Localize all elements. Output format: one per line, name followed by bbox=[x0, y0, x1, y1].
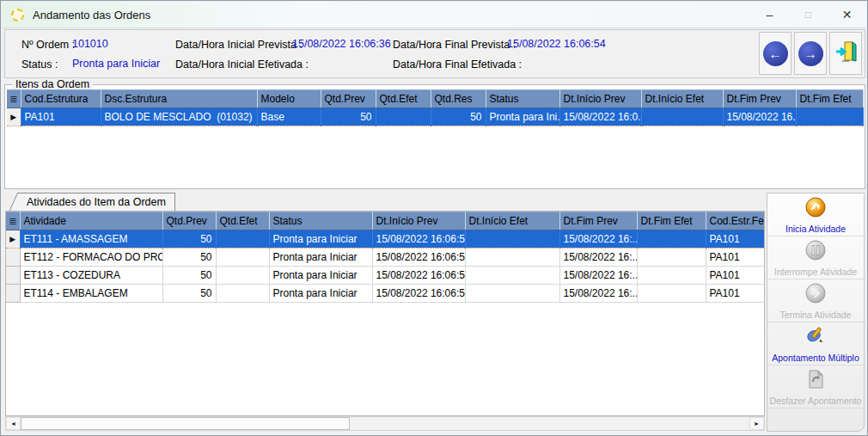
cell bbox=[465, 230, 559, 249]
dt-inicial-prevista-value: 15/08/2022 16:06:36 bbox=[292, 38, 391, 50]
cell: PA101 bbox=[21, 108, 101, 126]
grid-properties-icon: ≣ bbox=[6, 212, 20, 230]
tab-strip: Atividades do Item da Ordem bbox=[5, 193, 765, 211]
cell: 50 bbox=[431, 108, 486, 126]
cell: PA101 bbox=[706, 249, 764, 267]
cell: 15/08/2022 16:... bbox=[559, 230, 637, 249]
cell bbox=[216, 285, 269, 303]
next-record-button[interactable]: → bbox=[794, 32, 827, 75]
exit-button[interactable] bbox=[829, 32, 862, 75]
column-header: Dsc.Estrutura bbox=[101, 90, 257, 108]
row-marker bbox=[6, 249, 20, 267]
column-header: Qtd.Efet bbox=[376, 90, 431, 108]
order-number-label: Nº Ordem : bbox=[21, 39, 75, 51]
row-marker bbox=[6, 285, 20, 303]
action-label: Inicia Atividade bbox=[785, 224, 846, 234]
cell: 15/08/2022 16:06:54 bbox=[372, 230, 465, 249]
cell: ET113 - COZEDURA bbox=[20, 267, 162, 285]
previous-record-button[interactable]: ← bbox=[759, 32, 792, 75]
table-row[interactable]: ET114 - EMBALAGEM 50 Pronta para Iniciar… bbox=[6, 285, 764, 303]
cell bbox=[216, 230, 269, 249]
cell bbox=[376, 108, 431, 126]
cell bbox=[465, 267, 559, 285]
minimize-button[interactable]: – bbox=[750, 2, 789, 28]
column-header: Dt.Fim Prev bbox=[559, 212, 637, 230]
column-header: Cod.Estr.Feita bbox=[706, 212, 764, 230]
cell: ET111 - AMASSAGEM bbox=[20, 230, 162, 249]
cell: 15/08/2022 16... bbox=[723, 108, 796, 126]
termina-atividade-button: Termina Atividade bbox=[767, 279, 864, 322]
column-header: Modelo bbox=[257, 90, 321, 108]
table-row[interactable]: ET113 - COZEDURA 50 Pronta para Iniciar … bbox=[6, 267, 764, 285]
table-row[interactable]: ET112 - FORMACAO DO PROUTO 50 Pronta par… bbox=[6, 249, 764, 267]
cell bbox=[796, 108, 863, 126]
order-header-panel: Nº Ordem : 101010 Status : Pronta para I… bbox=[4, 29, 865, 78]
undo-entry-icon bbox=[804, 367, 828, 395]
column-header: Status bbox=[269, 212, 372, 230]
apontamento-multiplo-button[interactable]: Apontamento Múltiplo bbox=[767, 322, 864, 365]
dt-final-prevista-label: Data/Hora Final Prevista : bbox=[393, 39, 516, 51]
dt-inicial-prevista-label: Data/Hora Inicial Prevista : bbox=[175, 39, 303, 51]
column-header: Atividade bbox=[20, 212, 162, 230]
cell: 15/08/2022 16:0... bbox=[559, 108, 641, 126]
cell: 15/08/2022 16:... bbox=[559, 285, 637, 303]
cell: Pronta para Iniciar bbox=[269, 285, 372, 303]
column-header: Status bbox=[486, 90, 559, 108]
cell: Pronta para Iniciar bbox=[269, 249, 372, 267]
status-value: Pronta para Iniciar bbox=[72, 58, 160, 70]
cell: PA101 bbox=[706, 285, 764, 303]
cell: 50 bbox=[162, 267, 216, 285]
interrompe-atividade-button: Interrompe Atividade bbox=[767, 236, 864, 279]
table-row[interactable]: ▶ PA101 BOLO DE MESCLADO (01032) Base 50… bbox=[7, 108, 863, 126]
cell bbox=[465, 249, 559, 267]
cell: 50 bbox=[162, 285, 216, 303]
cell: Pronta para Ini... bbox=[486, 108, 559, 126]
action-label: Termina Atividade bbox=[780, 310, 852, 320]
cell bbox=[216, 267, 269, 285]
close-button[interactable]: ✕ bbox=[828, 2, 866, 28]
app-gear-icon bbox=[11, 9, 24, 21]
inicia-atividade-button[interactable]: Inicia Atividade bbox=[767, 193, 864, 236]
scrollbar-thumb[interactable] bbox=[21, 417, 350, 430]
cell: 15/08/2022 16:... bbox=[559, 249, 637, 267]
atividades-grid-area: ≣ Atividade Qtd.Prev Qtd.Efet Status Dt.… bbox=[5, 211, 765, 416]
row-marker-icon: ▶ bbox=[6, 230, 20, 249]
action-label: Apontamento Múltiplo bbox=[772, 353, 859, 363]
scroll-right-arrow-icon[interactable]: ► bbox=[749, 417, 764, 430]
column-header: Qtd.Res bbox=[431, 90, 486, 108]
window-controls: – □ ✕ bbox=[750, 2, 866, 28]
finish-activity-icon bbox=[804, 281, 828, 309]
maximize-button: □ bbox=[789, 2, 828, 28]
cell bbox=[641, 108, 723, 126]
column-header: Dt.Início Efet bbox=[465, 212, 559, 230]
table-row[interactable]: ▶ ET111 - AMASSAGEM 50 Pronta para Inici… bbox=[6, 230, 764, 249]
arrow-right-icon: → bbox=[798, 41, 823, 66]
tab-atividades-do-item[interactable]: Atividades do Item da Ordem bbox=[17, 193, 175, 211]
cell: 50 bbox=[162, 249, 216, 267]
column-header: Cod.Estrutura bbox=[21, 90, 101, 108]
scroll-left-arrow-icon[interactable]: ◄ bbox=[6, 417, 21, 430]
column-header: Dt.Fim Efet bbox=[637, 212, 706, 230]
dt-final-efetivada-label: Data/Hora Final Efetivada : bbox=[393, 58, 522, 71]
cell bbox=[216, 249, 269, 267]
cell: 15/08/2022 16:06:54 bbox=[372, 285, 465, 303]
exit-door-icon bbox=[834, 40, 858, 67]
horizontal-scrollbar[interactable]: ◄ ► bbox=[5, 416, 765, 431]
record-navigation: ← → bbox=[759, 32, 862, 75]
cell bbox=[637, 285, 706, 303]
cell: 50 bbox=[321, 108, 376, 126]
cell: 15/08/2022 16:... bbox=[559, 267, 637, 285]
title-bar: Andamento das Ordens – □ ✕ bbox=[2, 2, 866, 28]
window-title: Andamento das Ordens bbox=[33, 9, 150, 21]
cell: 15/08/2022 16:06:54 bbox=[372, 267, 465, 285]
column-header: Dt.Fim Prev bbox=[723, 90, 796, 108]
activity-actions-sidebar: Inicia Atividade Interrompe Atividade bbox=[767, 193, 865, 432]
window: Andamento das Ordens – □ ✕ Nº Ordem : 10… bbox=[0, 0, 868, 436]
column-header: Dt.Fim Efet bbox=[796, 90, 863, 108]
dt-inicial-efetivada-label: Data/Hora Inicial Efetivada : bbox=[175, 58, 309, 71]
cell: ET114 - EMBALAGEM bbox=[20, 285, 162, 303]
itens-group-label: Itens da Ordem bbox=[12, 78, 93, 90]
arrow-left-icon: ← bbox=[763, 41, 788, 66]
column-header: Qtd.Prev bbox=[321, 90, 376, 108]
row-marker-icon: ▶ bbox=[7, 108, 21, 126]
